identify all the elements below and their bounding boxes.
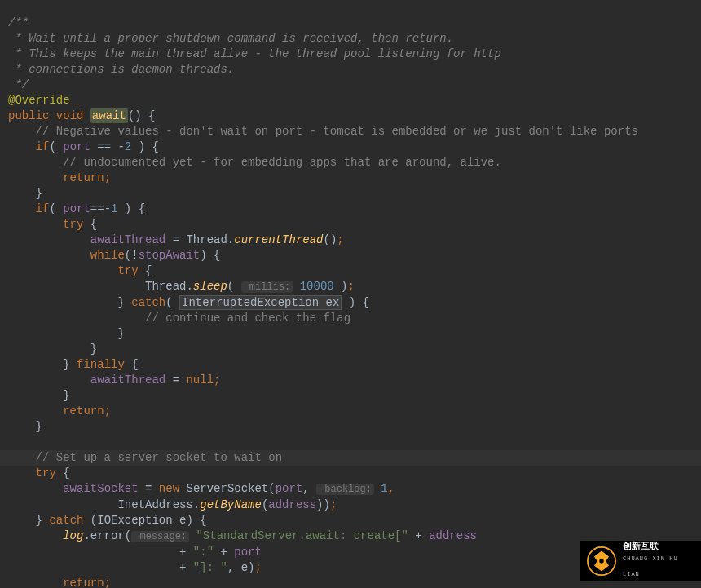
param-hint-message: message: <box>131 531 189 542</box>
assign-awaitThread: awaitThread = Thread.currentThread(); <box>90 233 344 246</box>
return-stmt: return; <box>63 405 111 418</box>
inner-try: try { <box>117 264 152 277</box>
concat-line: + "]: ", e); <box>173 561 262 574</box>
while-loop: while(!stopAwait) { <box>90 249 221 262</box>
javadoc-line: * Wait until a proper shutdown command i… <box>8 32 453 45</box>
comment-undocumented: // undocumented yet - for embedding apps… <box>63 156 501 169</box>
method-name-await: await <box>90 108 128 123</box>
javadoc-line: * This keeps the main thread alive - the… <box>8 47 501 60</box>
catch-interrupted: } catch( InterruptedException ex ) { <box>117 295 368 310</box>
watermark-badge: 创新互联 CHUANG XIN HU LIAN <box>580 541 701 581</box>
inet-address: InetAddress.getByName(address)); <box>117 498 337 511</box>
method-signature: public void await() { <box>8 108 155 123</box>
comment-negative: // Negative values - don't wait on port … <box>36 125 638 138</box>
assign-null: awaitThread = null; <box>90 374 221 387</box>
comment-continue: // continue and check the flag <box>145 312 350 325</box>
concat-line: + ":" + port <box>173 546 262 559</box>
close-brace: } <box>117 327 124 340</box>
brand-logo-icon <box>587 546 616 576</box>
catch-ioexception: } catch (IOException e) { <box>36 514 207 527</box>
javadoc-start: /** <box>8 16 29 29</box>
if-port-minus1: if( port==-1 ) { <box>36 202 145 215</box>
javadoc-line: * connections is daemon threads. <box>8 63 234 76</box>
log-error: log.error( message: "StandardServer.awai… <box>63 529 477 542</box>
code-editor[interactable]: /** * Wait until a proper shutdown comma… <box>0 0 701 588</box>
if-port-minus2: if( port == -2 ) { <box>36 140 159 153</box>
param-hint-millis: millis: <box>241 281 293 293</box>
try-block: try { <box>36 466 70 480</box>
override-annotation: @Override <box>8 94 70 107</box>
finally-block: } finally { <box>63 358 138 371</box>
svg-point-1 <box>599 559 603 563</box>
highlighted-line: // Set up a server socket to wait on <box>0 450 701 466</box>
assign-awaitSocket: awaitSocket = new ServerSocket(port, bac… <box>63 482 395 495</box>
try-block: try { <box>63 218 97 231</box>
brand-name: 创新互联 <box>623 540 694 551</box>
param-hint-backlog: backlog: <box>316 484 374 495</box>
return-stmt: return; <box>63 577 111 588</box>
comment-setup-socket: // Set up a server socket to wait on <box>36 451 282 464</box>
javadoc-end: */ <box>8 78 29 91</box>
close-brace: } <box>36 187 42 200</box>
exception-param: InterruptedException ex <box>179 295 342 310</box>
brand-url: CHUANG XIN HU LIAN <box>623 551 694 582</box>
close-brace: } <box>63 389 69 402</box>
return-stmt: return; <box>63 171 111 184</box>
close-brace: } <box>90 343 97 356</box>
thread-sleep: Thread.sleep( millis: 10000 ); <box>145 280 355 293</box>
close-brace: } <box>36 420 42 433</box>
